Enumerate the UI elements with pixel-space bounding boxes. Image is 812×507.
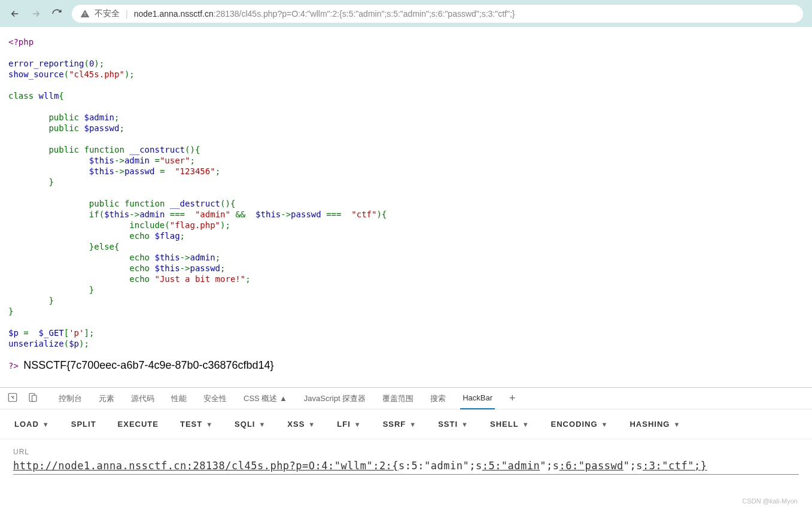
hackbar-execute[interactable]: EXECUTE (118, 420, 159, 429)
forward-button[interactable] (30, 8, 42, 20)
tab-coverage[interactable]: 覆盖范围 (380, 388, 416, 409)
caret-down-icon: ▼ (409, 421, 416, 428)
tab-js-profiler[interactable]: JavaScript 探查器 (302, 388, 368, 409)
hackbar-url-area: URL http://node1.anna.nssctf.cn:28138/cl… (0, 439, 812, 483)
caret-down-icon: ▼ (601, 421, 609, 428)
hackbar-toolbar: LOAD ▼SPLITEXECUTETEST ▼SQLI ▼XSS ▼LFI ▼… (0, 409, 812, 439)
hackbar-url-input[interactable]: http://node1.anna.nssctf.cn:28138/cl45s.… (13, 460, 799, 475)
tab-sources[interactable]: 源代码 (129, 388, 157, 409)
caret-down-icon: ▼ (206, 421, 213, 428)
insecure-icon: 不安全 (80, 8, 120, 19)
tab-performance[interactable]: 性能 (169, 388, 189, 409)
caret-down-icon: ▼ (461, 421, 469, 428)
hackbar-load[interactable]: LOAD ▼ (14, 420, 50, 429)
hackbar-encoding[interactable]: ENCODING ▼ (551, 420, 609, 429)
tab-elements[interactable]: 元素 (96, 388, 117, 409)
hackbar-ssrf[interactable]: SSRF ▼ (383, 420, 417, 429)
hackbar-sqli[interactable]: SQLI ▼ (235, 420, 266, 429)
devtools-panel: 控制台 元素 源代码 性能 安全性 CSS 概述 ▲ JavaScript 探查… (0, 387, 812, 507)
insecure-label: 不安全 (95, 8, 120, 19)
caret-down-icon: ▼ (522, 421, 530, 428)
hackbar-split[interactable]: SPLIT (71, 420, 96, 429)
back-button[interactable] (9, 8, 21, 20)
caret-down-icon: ▼ (673, 421, 680, 428)
browser-toolbar: 不安全 | node1.anna.nssctf.cn:28138/cl45s.p… (0, 0, 812, 27)
add-tab-button[interactable]: + (509, 392, 516, 405)
device-icon[interactable] (28, 392, 38, 405)
url-text: node1.anna.nssctf.cn:28138/cl45s.php?p=O… (134, 9, 515, 19)
hackbar-test[interactable]: TEST ▼ (180, 420, 213, 429)
address-bar[interactable]: 不安全 | node1.anna.nssctf.cn:28138/cl45s.p… (72, 5, 803, 23)
caret-down-icon: ▼ (354, 421, 361, 428)
tab-security[interactable]: 安全性 (201, 388, 229, 409)
hackbar-lfi[interactable]: LFI ▼ (337, 420, 361, 429)
tab-css-overview[interactable]: CSS 概述 ▲ (241, 388, 290, 409)
tab-hackbar[interactable]: HackBar (460, 388, 495, 409)
watermark: CSDN @kali-Myon (743, 497, 798, 505)
tab-console[interactable]: 控制台 (56, 388, 84, 409)
devtools-tabs: 控制台 元素 源代码 性能 安全性 CSS 概述 ▲ JavaScript 探查… (0, 388, 812, 409)
hackbar-xss[interactable]: XSS ▼ (287, 420, 315, 429)
caret-down-icon: ▼ (308, 421, 315, 428)
tab-search[interactable]: 搜索 (428, 388, 448, 409)
url-label: URL (13, 448, 799, 456)
caret-down-icon: ▼ (258, 421, 266, 428)
hackbar-hashing[interactable]: HASHING ▼ (629, 420, 680, 429)
hackbar-shell[interactable]: SHELL ▼ (490, 420, 530, 429)
refresh-button[interactable] (51, 8, 63, 20)
flag-output: NSSCTF{7c700eec-a6b7-4c9e-87b0-c36876cfb… (23, 359, 273, 371)
svg-rect-2 (32, 395, 37, 402)
page-content: <?php error_reporting(0); show_source("c… (0, 27, 812, 387)
caret-down-icon: ▼ (42, 421, 50, 428)
inspect-icon[interactable] (7, 392, 18, 405)
hackbar-ssti[interactable]: SSTI ▼ (438, 420, 469, 429)
